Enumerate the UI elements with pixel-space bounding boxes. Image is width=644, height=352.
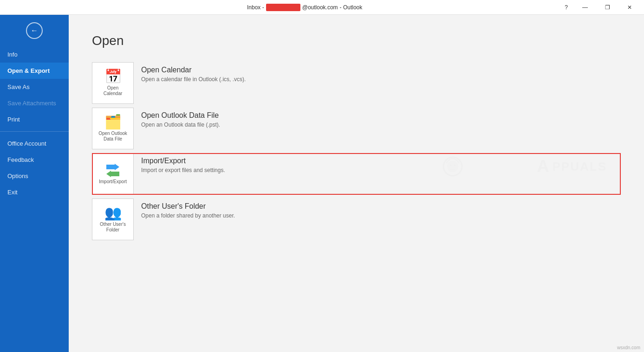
back-icon: ← [31,26,38,35]
import-export-icon-label: Import/Export [97,179,129,185]
restore-button[interactable]: ❐ [597,0,618,15]
open-data-file-icon-box[interactable]: 🗂️ Open OutlookData File [92,108,134,149]
calendar-icon: 📅 [104,70,122,83]
sidebar-item-options[interactable]: Options [0,168,69,184]
sidebar: ← Info Open & Export Save As Save Attach… [0,15,69,352]
svg-marker-4 [106,164,119,170]
help-button[interactable]: ? [559,4,573,11]
other-folder-title: Other User's Folder [141,202,235,211]
sidebar-item-open-export[interactable]: Open & Export [0,63,69,79]
sidebar-divider [0,131,69,132]
open-item-import-export: Import/Export Import/Export Import or ex… [92,153,621,195]
open-item-other-folder: 👥 Other User'sFolder Other User's Folder… [92,198,621,240]
import-export-icon-box[interactable]: Import/Export [92,153,134,195]
open-item-calendar: 📅 OpenCalendar Open Calendar Open a cale… [92,62,621,104]
open-data-file-title: Open Outlook Data File [141,111,220,120]
open-calendar-text: Open Calendar Open a calendar file in Ou… [141,62,246,83]
sidebar-item-office-account[interactable]: Office Account [0,135,69,152]
open-calendar-icon-label: OpenCalendar [102,85,124,96]
inbox-label: Inbox - [247,4,264,11]
minimize-button[interactable]: — [574,0,596,15]
email-redacted: ████ [266,4,300,11]
import-export-icon [106,164,119,177]
open-data-file-desc: Open an Outlook data file (.pst). [141,122,220,128]
back-circle-button[interactable]: ← [26,22,43,39]
sidebar-item-save-attachments[interactable]: Save Attachments [0,95,69,111]
open-data-file-icon-label: Open OutlookData File [97,131,129,142]
page-title: Open [92,33,621,48]
import-export-desc: Import or export files and settings. [141,167,225,173]
open-data-file-text: Open Outlook Data File Open an Outlook d… [141,108,220,128]
sidebar-item-print[interactable]: Print [0,111,69,128]
svg-marker-5 [106,171,119,177]
title-bar-controls: ? — ❐ ✕ [559,0,640,15]
sidebar-item-feedback[interactable]: Feedback [0,152,69,168]
app-name: - Outlook [340,4,363,11]
other-folder-icon-box[interactable]: 👥 Other User'sFolder [92,198,134,240]
open-item-data-file: 🗂️ Open OutlookData File Open Outlook Da… [92,108,621,149]
open-calendar-desc: Open a calendar file in Outlook (.ics, .… [141,76,246,83]
footer-brand: wsxdn.com [617,345,640,350]
title-bar: Inbox - ████ @outlook.com - Outlook ? — … [0,0,644,15]
import-export-text: Import/Export Import or export files and… [141,153,225,173]
sidebar-nav: Info Open & Export Save As Save Attachme… [0,46,69,200]
import-export-title: Import/Export [141,157,225,165]
main-content: Open A PPUALS [69,15,644,352]
sidebar-item-save-as[interactable]: Save As [0,79,69,95]
open-calendar-title: Open Calendar [141,66,246,74]
other-folder-text: Other User's Folder Open a folder shared… [141,198,235,219]
other-folder-icon-label: Other User'sFolder [98,222,128,233]
other-folder-desc: Open a folder shared by another user. [141,212,235,219]
data-file-icon: 🗂️ [104,115,122,129]
app-body: ← Info Open & Export Save As Save Attach… [0,15,644,352]
title-bar-center: Inbox - ████ @outlook.com - Outlook [247,4,362,11]
sidebar-item-exit[interactable]: Exit [0,184,69,200]
back-button-area[interactable]: ← [0,15,69,46]
items-list: 📅 OpenCalendar Open Calendar Open a cale… [92,62,621,244]
open-calendar-icon-box[interactable]: 📅 OpenCalendar [92,62,134,104]
sidebar-item-info[interactable]: Info [0,46,69,63]
other-folder-icon: 👥 [104,206,122,220]
email-domain: @outlook.com [302,4,338,11]
close-button[interactable]: ✕ [619,0,640,15]
